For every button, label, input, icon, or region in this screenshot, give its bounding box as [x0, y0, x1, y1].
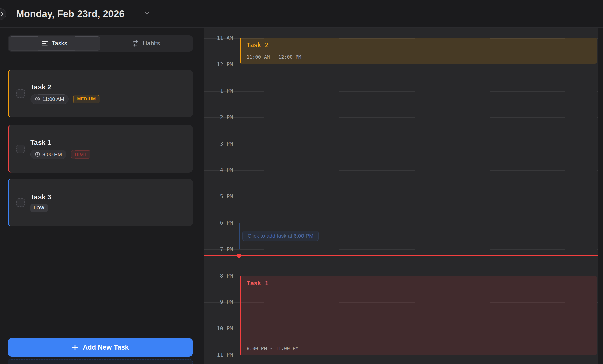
plus-icon — [72, 344, 78, 351]
add-new-task-button[interactable]: Add New Task — [8, 338, 193, 357]
hour-label: 7 PM — [220, 246, 233, 252]
task1-meta: 8:00 PM HIGH — [30, 150, 90, 159]
header: Monday, Feb 23rd, 2026 — [0, 0, 603, 28]
task2-title: Task 2 — [30, 83, 100, 91]
tab-habits[interactable]: Habits — [100, 36, 192, 51]
quick-add-strip — [8, 359, 193, 364]
task1-time-chip: 8:00 PM — [30, 150, 66, 159]
task-planner-app: Monday, Feb 23rd, 2026 Tasks — [0, 0, 603, 364]
hour-label: 2 PM — [220, 114, 233, 120]
hour-label: 11 AM — [217, 35, 233, 41]
event-task2-time-range: 11:00 AM - 12:00 PM — [247, 54, 591, 60]
task1-title: Task 1 — [30, 139, 90, 147]
calendar-event-task2[interactable]: Task 2 11:00 AM - 12:00 PM — [240, 38, 597, 64]
hour-label: 5 PM — [220, 194, 233, 200]
task-card-task1[interactable]: Task 1 8:00 PM HIGH — [8, 125, 193, 173]
task2-time: 11:00 AM — [42, 96, 64, 102]
add-new-task-label: Add New Task — [83, 344, 129, 351]
hour-grid-line — [204, 144, 598, 144]
hover-slot-highlight — [239, 223, 240, 249]
task1-time: 8:00 PM — [42, 151, 62, 157]
task-card-task3[interactable]: Task 3 LOW — [8, 179, 193, 226]
clock-icon — [35, 152, 40, 157]
task2-checkbox[interactable] — [16, 89, 25, 98]
add-task-hint[interactable]: Click to add task at 6:00 PM — [242, 231, 319, 241]
hour-label: 11 PM — [217, 352, 233, 358]
hour-grid-line — [204, 249, 598, 250]
chevron-right-icon — [0, 11, 4, 17]
view-toggle: Tasks Habits — [8, 35, 193, 52]
hour-label: 4 PM — [220, 167, 233, 173]
task3-body: Task 3 LOW — [30, 193, 51, 212]
current-time-line — [204, 255, 598, 256]
clock-icon — [35, 97, 40, 102]
calendar-event-task1[interactable]: Task 1 8:00 PM - 11:00 PM — [240, 276, 597, 355]
hour-grid-line — [204, 170, 598, 171]
hour-label: 6 PM — [220, 220, 233, 226]
task2-priority-badge: MEDIUM — [73, 95, 100, 103]
hour-label: 3 PM — [220, 141, 233, 147]
hour-label: 10 PM — [217, 326, 233, 332]
page-title: Monday, Feb 23rd, 2026 — [16, 8, 124, 19]
calendar-day-view[interactable]: 11 AM 12 PM 1 PM 2 PM 3 PM 4 PM 5 PM 6 P… — [204, 28, 598, 364]
event-task1-title: Task 1 — [247, 280, 591, 287]
task2-meta: 11:00 AM MEDIUM — [30, 94, 100, 104]
task3-meta: LOW — [30, 204, 51, 212]
chevron-down-icon — [143, 11, 151, 16]
hour-label: 1 PM — [220, 88, 233, 94]
tab-tasks[interactable]: Tasks — [9, 36, 100, 51]
list-icon — [42, 41, 48, 46]
hour-grid-line — [204, 117, 598, 118]
date-dropdown-button[interactable] — [143, 11, 151, 16]
event-task1-time-range: 8:00 PM - 11:00 PM — [247, 346, 591, 351]
current-time-dot — [237, 254, 241, 258]
task1-body: Task 1 8:00 PM HIGH — [30, 139, 90, 159]
task2-body: Task 2 11:00 AM MEDIUM — [30, 83, 100, 104]
hour-grid-line — [204, 197, 598, 197]
task3-title: Task 3 — [30, 193, 51, 201]
hour-grid-line — [204, 223, 598, 223]
tab-tasks-label: Tasks — [52, 40, 67, 47]
task2-time-chip: 11:00 AM — [30, 94, 69, 104]
task1-priority-badge: HIGH — [71, 150, 90, 159]
sidebar: Tasks Habits Task 2 — [0, 28, 199, 364]
hour-grid-line — [204, 91, 598, 92]
repeat-icon — [132, 40, 139, 47]
tab-habits-label: Habits — [143, 40, 160, 47]
hour-label: 12 PM — [217, 62, 233, 68]
hour-grid-line — [204, 65, 598, 65]
sidebar-collapse-button[interactable] — [0, 8, 6, 20]
task1-checkbox[interactable] — [16, 145, 25, 153]
task3-priority-badge: LOW — [30, 204, 48, 212]
event-task2-title: Task 2 — [247, 42, 591, 49]
hour-label: 8 PM — [220, 273, 233, 279]
gutter-divider — [239, 28, 239, 364]
task-card-task2[interactable]: Task 2 11:00 AM MEDIUM — [8, 70, 193, 117]
hour-label: 9 PM — [220, 299, 233, 305]
task3-checkbox[interactable] — [16, 198, 25, 207]
